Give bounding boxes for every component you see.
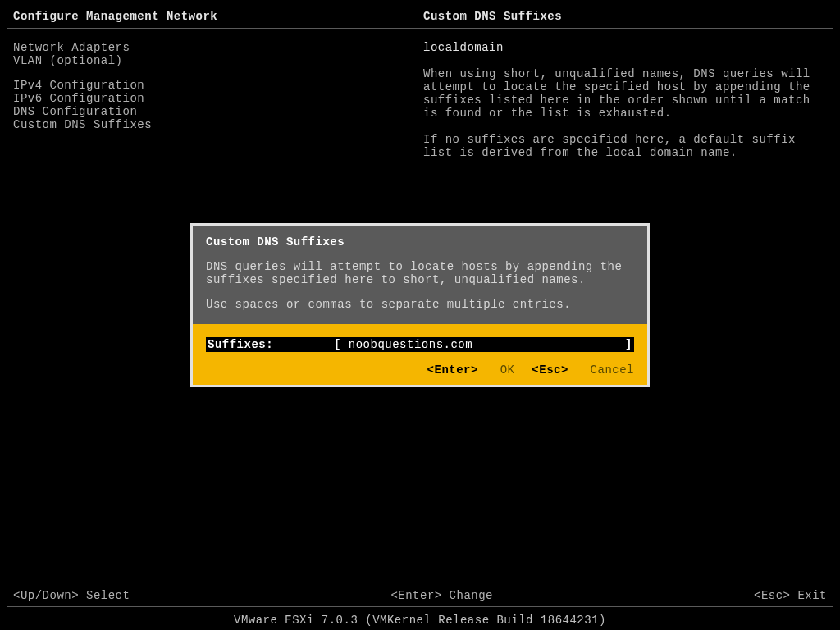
menu-item-ipv6[interactable]: IPv6 Configuration [13,92,407,105]
menu-item-network-adapters[interactable]: Network Adapters [13,41,407,54]
screen-root: Configure Management Network Custom DNS … [0,0,840,630]
suffixes-field-row[interactable]: Suffixes: [ ] [206,337,634,352]
cancel-button[interactable]: <Esc> Cancel [532,363,634,377]
esc-key-label: <Esc> [532,363,568,377]
dialog-input-area: Suffixes: [ ] <Enter> OK <Esc> Cancel [190,324,650,387]
right-paragraph-2: If no suffixes are specified here, a def… [423,133,817,159]
dialog-header-area: Custom DNS Suffixes DNS queries will att… [190,223,650,324]
dialog-text-1: DNS queries will attempt to locate hosts… [206,260,634,286]
suffixes-label: Suffixes: [208,338,334,351]
page-title-right: Custom DNS Suffixes [423,10,827,23]
right-paragraph-1: When using short, unqualified names, DNS… [423,67,817,120]
ok-button[interactable]: <Enter> OK [427,363,515,377]
dialog-text-2: Use spaces or commas to separate multipl… [206,298,634,311]
cancel-label: Cancel [591,363,634,377]
header-row: Configure Management Network Custom DNS … [13,10,827,23]
bracket-close: ] [625,338,632,351]
dialog-actions: <Enter> OK <Esc> Cancel [206,363,634,377]
menu-item-custom-dns-suffixes[interactable]: Custom DNS Suffixes [13,118,407,131]
menu-item-vlan[interactable]: VLAN (optional) [13,54,407,67]
menu-item-dns-config[interactable]: DNS Configuration [13,105,407,118]
enter-key-label: <Enter> [427,363,478,377]
footer-hints: <Up/Down> Select <Enter> Change <Esc> Ex… [13,589,827,602]
hint-exit: <Esc> Exit [754,589,827,602]
hint-change: <Enter> Change [390,589,493,602]
suffixes-input[interactable] [349,338,625,351]
menu-group-1: Network Adapters VLAN (optional) [13,41,407,67]
dialog-title: Custom DNS Suffixes [206,235,634,249]
right-info-pane: localdomain When using short, unqualifie… [423,41,817,172]
ok-label: OK [500,363,515,377]
page-title-left: Configure Management Network [13,10,423,23]
hint-select: <Up/Down> Select [13,589,130,602]
bracket-open: [ [334,338,349,351]
menu-group-2: IPv4 Configuration IPv6 Configuration DN… [13,79,407,131]
header-divider [7,28,833,29]
status-bar: VMware ESXi 7.0.3 (VMKernel Release Buil… [0,614,840,627]
left-menu: Network Adapters VLAN (optional) IPv4 Co… [13,41,407,143]
dns-suffixes-dialog: Custom DNS Suffixes DNS queries will att… [190,223,650,387]
menu-item-ipv4[interactable]: IPv4 Configuration [13,79,407,92]
right-heading: localdomain [423,41,817,54]
